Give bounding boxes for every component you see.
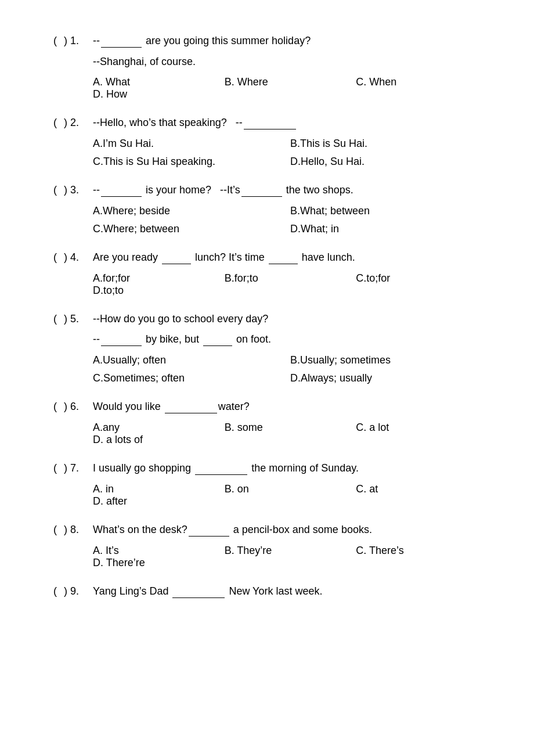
q4-optC: C.to;for [356, 272, 488, 285]
q7-text: I usually go shopping the morning of Sun… [93, 462, 488, 475]
q8-optA: A. It’s [93, 545, 225, 557]
q6-text: Would you like water? [93, 401, 488, 413]
q2-optC: C.This is Su Hai speaking. [93, 156, 290, 168]
q2-blank [244, 117, 296, 129]
q2-bracket: ( [46, 117, 64, 129]
q8-optD: D. There’re [93, 557, 488, 569]
q1-sub: --Shanghai, of course. [93, 56, 488, 68]
q9-num: ) 9. [64, 585, 93, 597]
q9-text: Yang Ling’s Dad New York last week. [93, 585, 488, 598]
q4-optB: B.for;to [225, 272, 356, 285]
question-2: ( ) 2. --Hello, who’s that speaking? -- … [46, 117, 488, 168]
q3-options-row1: A.Where; beside B.What; between [93, 205, 488, 217]
q7-blank [195, 462, 247, 475]
q4-optA: A.for;for [93, 272, 225, 285]
q2-optB: B.This is Su Hai. [290, 138, 488, 150]
q9-bracket: ( [46, 585, 64, 597]
q5-bracket: ( [46, 313, 64, 325]
q5-sub: -- by bike, but on foot. [93, 333, 488, 346]
q8-num: ) 8. [64, 524, 93, 536]
q7-options: A. in B. on C. at D. after [93, 483, 488, 507]
question-7: ( ) 7. I usually go shopping the morning… [46, 462, 488, 507]
q3-optC: C.Where; between [93, 223, 290, 235]
q2-optD: D.Hello, Su Hai. [290, 156, 488, 168]
q3-optA: A.Where; beside [93, 205, 290, 217]
worksheet: ( ) 1. -- are you going this summer holi… [46, 35, 488, 598]
q3-text: -- is your home? --It’s the two shops. [93, 184, 488, 197]
q5-num: ) 5. [64, 313, 93, 325]
question-4: ( ) 4. Are you ready lunch? It’s time ha… [46, 251, 488, 297]
q4-blank2 [269, 251, 298, 264]
q3-options-row2: C.Where; between D.What; in [93, 223, 488, 235]
q6-bracket: ( [46, 401, 64, 413]
q5-optB: B.Usually; sometimes [290, 354, 488, 366]
q2-text: --Hello, who’s that speaking? -- [93, 117, 488, 129]
q5-optA: A.Usually; often [93, 354, 290, 366]
q6-optD: D. a lots of [93, 434, 488, 446]
q2-num: ) 2. [64, 117, 93, 129]
q5-optD: D.Always; usually [290, 372, 488, 384]
q4-text: Are you ready lunch? It’s time have lunc… [93, 251, 488, 264]
q1-optB: B. Where [225, 76, 356, 88]
q8-blank [189, 524, 229, 537]
question-6: ( ) 6. Would you like water? A.any B. so… [46, 401, 488, 446]
question-8: ( ) 8. What’s on the desk? a pencil-box … [46, 524, 488, 569]
q7-optA: A. in [93, 483, 225, 495]
q1-num: ) 1. [64, 35, 93, 47]
q1-optD: D. How [93, 88, 488, 100]
q5-optC: C.Sometimes; often [93, 372, 290, 384]
question-5: ( ) 5. --How do you go to school every d… [46, 313, 488, 384]
q4-options: A.for;for B.for;to C.to;for D.to;to [93, 272, 488, 297]
q6-optA: A.any [93, 422, 225, 434]
q5-text: --How do you go to school every day? [93, 313, 488, 325]
question-9: ( ) 9. Yang Ling’s Dad New York last wee… [46, 585, 488, 598]
q8-options: A. It’s B. They’re C. There’s D. There’r… [93, 545, 488, 569]
q3-num: ) 3. [64, 184, 93, 196]
q4-bracket: ( [46, 251, 64, 264]
q6-optB: B. some [225, 422, 356, 434]
q4-optD: D.to;to [93, 285, 488, 297]
q1-blank [101, 35, 142, 48]
q5-blank1 [101, 333, 142, 346]
q8-bracket: ( [46, 524, 64, 536]
q1-optC: C. When [356, 76, 488, 88]
q3-bracket: ( [46, 184, 64, 196]
q3-optB: B.What; between [290, 205, 488, 217]
q9-blank [172, 585, 225, 598]
q8-text: What’s on the desk? a pencil-box and som… [93, 524, 488, 537]
q1-options: A. What B. Where C. When D. How [93, 76, 488, 100]
q3-blank1 [101, 184, 142, 197]
q8-optB: B. They’re [225, 545, 356, 557]
q7-optD: D. after [93, 495, 488, 507]
question-3: ( ) 3. -- is your home? --It’s the two s… [46, 184, 488, 235]
q4-num: ) 4. [64, 251, 93, 264]
q3-blank2 [241, 184, 282, 197]
q7-num: ) 7. [64, 462, 93, 474]
q3-optD: D.What; in [290, 223, 488, 235]
q5-options-row1: A.Usually; often B.Usually; sometimes [93, 354, 488, 366]
q2-options-row2: C.This is Su Hai speaking. D.Hello, Su H… [93, 156, 488, 168]
question-1: ( ) 1. -- are you going this summer holi… [46, 35, 488, 100]
q1-text: -- are you going this summer holiday? [93, 35, 488, 48]
q7-optB: B. on [225, 483, 356, 495]
q6-blank [165, 401, 217, 413]
q2-options-row1: A.I’m Su Hai. B.This is Su Hai. [93, 138, 488, 150]
q2-optA: A.I’m Su Hai. [93, 138, 290, 150]
q7-optC: C. at [356, 483, 488, 495]
q6-optC: C. a lot [356, 422, 488, 434]
q6-num: ) 6. [64, 401, 93, 413]
q8-optC: C. There’s [356, 545, 488, 557]
q1-bracket: ( [46, 35, 64, 47]
q4-blank1 [162, 251, 191, 264]
q5-blank2 [203, 333, 232, 346]
q1-optA: A. What [93, 76, 225, 88]
q6-options: A.any B. some C. a lot D. a lots of [93, 422, 488, 446]
q5-options-row2: C.Sometimes; often D.Always; usually [93, 372, 488, 384]
q7-bracket: ( [46, 462, 64, 474]
